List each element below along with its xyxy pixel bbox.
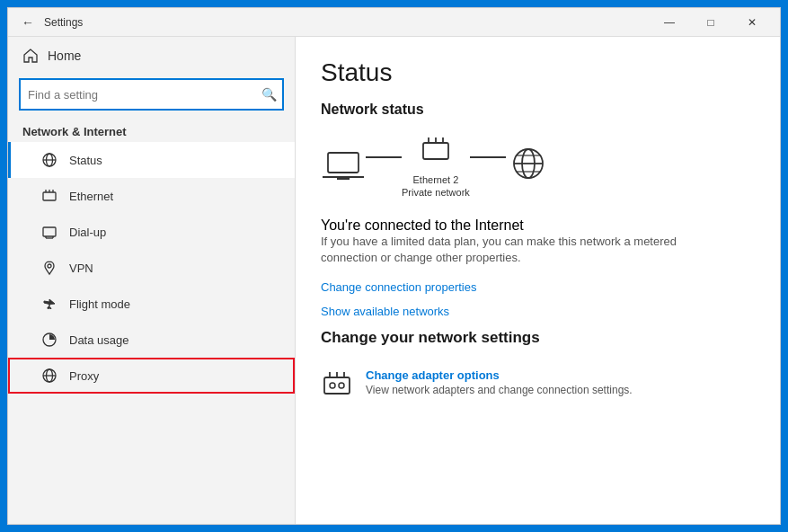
sidebar-item-vpn[interactable]: VPN — [8, 250, 295, 286]
ethernet-icon — [40, 187, 58, 205]
dialup-icon — [40, 223, 58, 241]
vpn-icon — [40, 259, 58, 277]
datausage-label: Data usage — [69, 333, 129, 347]
home-label: Home — [48, 49, 81, 63]
sidebar-item-proxy[interactable]: Proxy — [8, 358, 295, 394]
diagram-line-2 — [470, 156, 506, 158]
laptop-diagram-icon — [321, 147, 366, 183]
sidebar-section-title: Network & Internet — [8, 118, 295, 142]
search-input[interactable] — [19, 78, 284, 111]
vpn-label: VPN — [69, 262, 93, 275]
titlebar: ← Settings — □ ✕ — [8, 8, 780, 37]
status-label: Status — [69, 154, 102, 167]
sidebar-item-flightmode[interactable]: Flight mode — [8, 286, 295, 322]
svg-rect-19 — [423, 143, 448, 159]
diagram-line-1 — [366, 156, 402, 158]
sidebar-item-ethernet[interactable]: Ethernet — [8, 178, 295, 214]
main-content: Status Network status — [296, 37, 780, 524]
proxy-label: Proxy — [69, 369, 99, 383]
minimize-button[interactable]: — — [649, 8, 690, 37]
ethernet-label: Ethernet — [69, 190, 113, 203]
change-connection-link[interactable]: Change connection properties — [321, 280, 755, 294]
ethernet-diagram-icon: Ethernet 2 Private network — [402, 132, 470, 200]
show-networks-link[interactable]: Show available networks — [321, 305, 755, 318]
settings-window: ← Settings — □ ✕ Home 🔍 Network & In — [7, 7, 781, 525]
content-area: Home 🔍 Network & Internet Status — [8, 37, 780, 524]
svg-rect-7 — [43, 227, 56, 236]
svg-rect-18 — [337, 177, 350, 180]
search-icon: 🔍 — [261, 87, 277, 102]
svg-rect-16 — [328, 153, 359, 173]
dialup-label: Dial-up — [69, 226, 106, 239]
ethernet-label: Ethernet 2 Private network — [402, 173, 470, 200]
search-box: 🔍 — [19, 78, 284, 111]
home-nav-item[interactable]: Home — [8, 37, 295, 75]
window-controls: — □ ✕ — [649, 8, 773, 37]
network-status-title: Network status — [321, 102, 755, 118]
home-icon — [22, 48, 39, 64]
adapter-sub: View network adapters and change connect… — [366, 384, 633, 396]
globe-diagram-icon — [506, 147, 551, 183]
flightmode-label: Flight mode — [69, 297, 130, 311]
adapter-text: Change adapter options View network adap… — [366, 368, 633, 396]
svg-rect-3 — [43, 192, 56, 200]
network-diagram: Ethernet 2 Private network — [321, 132, 755, 200]
sidebar-item-datausage[interactable]: Data usage — [8, 322, 295, 358]
sidebar-item-status[interactable]: Status — [8, 142, 295, 178]
adapter-option: Change adapter options View network adap… — [321, 361, 755, 408]
close-button[interactable]: ✕ — [731, 8, 773, 37]
sidebar-item-dialup[interactable]: Dial-up — [8, 214, 295, 250]
svg-point-32 — [330, 383, 335, 388]
proxy-icon — [40, 367, 58, 385]
connected-sub: If you have a limited data plan, you can… — [321, 234, 707, 266]
change-section-title: Change your network settings — [321, 329, 755, 347]
connected-title: You're connected to the Internet — [321, 217, 755, 234]
svg-rect-28 — [324, 377, 350, 394]
window-title: Settings — [44, 16, 649, 29]
datausage-icon — [40, 331, 58, 349]
sidebar: Home 🔍 Network & Internet Status — [8, 37, 296, 524]
svg-point-33 — [339, 383, 344, 388]
maximize-button[interactable]: □ — [690, 8, 731, 37]
adapter-title[interactable]: Change adapter options — [366, 368, 633, 382]
airplane-icon — [40, 295, 58, 313]
adapter-icon — [321, 368, 353, 401]
page-title: Status — [321, 58, 755, 87]
status-icon — [40, 151, 58, 169]
back-button[interactable]: ← — [15, 10, 40, 35]
svg-point-11 — [48, 264, 51, 268]
